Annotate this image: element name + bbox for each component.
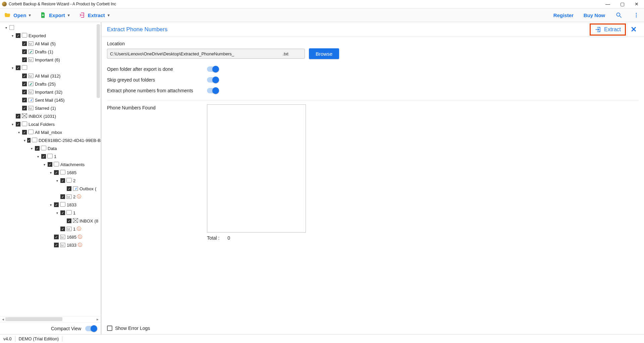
extract-action-button[interactable]: Extract [590,23,626,36]
checkbox[interactable]: ✓ [22,57,27,62]
folder-icon [22,113,27,119]
checkbox[interactable]: ✓ [67,186,71,191]
tree-item[interactable]: ✓Drafts (1) [1,48,101,56]
checkbox[interactable]: ✓ [54,202,59,207]
vertical-scrollbar[interactable] [97,24,100,314]
buy-now-link[interactable]: Buy Now [584,12,605,18]
minimize-icon[interactable]: — [605,1,610,7]
maximize-icon[interactable]: ▢ [620,1,625,7]
tree-item[interactable]: ✓Outbox ( [1,185,101,193]
browse-button[interactable]: Browse [309,48,339,59]
expand-arrow-icon[interactable]: ▾ [42,163,46,166]
more-menu-icon[interactable] [633,11,640,19]
option-skip-greyed-toggle[interactable] [207,77,218,83]
found-listbox[interactable] [207,104,306,233]
tree-item[interactable]: ✓MAll Mail (5) [1,40,101,48]
checkbox[interactable]: ✓ [16,122,20,127]
tree-item[interactable]: ▾✓All Mail_mbox [1,128,101,136]
location-input[interactable] [107,49,305,59]
horizontal-scrollbar[interactable]: ◄► [0,316,101,322]
expand-arrow-icon[interactable]: ▾ [4,26,8,30]
checkbox[interactable]: ✓ [60,194,65,199]
checkbox[interactable]: ✓ [22,106,27,110]
chevron-down-icon: ▾ [68,13,70,17]
expand-arrow-icon[interactable]: ▾ [49,203,53,207]
tree-item[interactable]: ▾✓ [1,64,101,72]
expand-arrow-icon[interactable]: ▾ [10,122,14,126]
folder-icon [28,82,34,86]
close-icon[interactable]: ✕ [635,1,639,7]
checkbox[interactable]: ✓ [27,138,31,143]
checkbox[interactable]: ✓ [22,90,27,94]
expand-arrow-icon[interactable]: ▾ [55,211,59,215]
expand-arrow-icon[interactable]: ▾ [10,66,14,70]
tree-item[interactable]: ▾✓Local Folders [1,120,101,128]
checkbox[interactable]: ✓ [41,154,46,159]
checkbox[interactable]: ✓ [22,82,27,86]
tree-item[interactable]: ▾✓1 [1,152,101,160]
error-logs-row: Show Error Logs [102,322,644,334]
tree-item[interactable]: ✓MAll Mail (312) [1,72,101,80]
compact-view-toggle[interactable] [85,326,97,331]
tree-item[interactable]: ▾✓1833 [1,201,101,209]
tree-item[interactable]: ✓M2 ⓘ [1,193,101,201]
tree-item[interactable]: ▾✓Attachments [1,160,101,168]
checkbox[interactable]: ✓ [16,65,20,70]
checkbox[interactable]: ✓ [54,243,59,247]
expand-arrow-icon[interactable]: ▾ [10,34,14,38]
expand-arrow-icon[interactable]: ▾ [30,147,34,150]
checkbox[interactable]: ✓ [22,49,27,54]
checkbox[interactable]: ✓ [60,178,65,183]
option-attachments-toggle[interactable] [207,88,218,93]
tree-item[interactable]: ✓M1833 ⓘ [1,241,101,249]
tree-item[interactable]: ✓MImportant (6) [1,56,101,64]
checkbox[interactable] [9,25,14,30]
checkbox[interactable]: ✓ [22,74,27,78]
option-skip-greyed: Skip greyed out folders [107,75,639,85]
expand-arrow-icon[interactable]: ▾ [55,179,59,183]
extract-button[interactable]: Extract ▾ [78,12,110,18]
tree-item[interactable]: ✓MImportant (32) [1,88,101,96]
open-button[interactable]: Open ▾ [4,12,31,18]
option-open-folder-toggle[interactable] [207,66,218,72]
search-icon[interactable] [615,11,623,19]
expand-arrow-icon[interactable]: ▾ [36,155,40,158]
checkbox[interactable]: ✓ [54,235,59,239]
tree-item[interactable]: ▾✓1 [1,209,101,217]
register-link[interactable]: Register [553,12,574,18]
tree-item[interactable]: ✓INBOX (8 [1,217,101,225]
tree-item[interactable]: ✓MStarred (1) [1,104,101,112]
checkbox[interactable]: ✓ [22,130,27,135]
checkbox[interactable]: ✓ [54,170,59,175]
option-open-folder-label: Open folder after export is done [107,66,207,72]
tree-scroll-area[interactable]: ▾▾✓Exported✓MAll Mail (5)✓Drafts (1)✓MIm… [0,22,101,316]
tree-item[interactable]: ✓M1 ⓘ [1,225,101,233]
tree-item[interactable]: ✓M1685 ⓘ [1,233,101,241]
checkbox[interactable]: ✓ [35,146,40,151]
checkbox[interactable]: ✓ [48,162,52,167]
tree-item[interactable]: ▾✓2 [1,177,101,185]
tree-item[interactable]: ▾ [1,23,101,32]
checkbox[interactable]: ✓ [60,210,65,215]
export-button[interactable]: Export ▾ [40,12,70,18]
tree-item[interactable]: ▾✓1685 [1,168,101,177]
expand-arrow-icon[interactable]: ▾ [23,139,26,142]
expand-arrow-icon[interactable]: ▾ [17,131,21,134]
checkbox[interactable]: ✓ [16,114,20,118]
status-version: v4.0 [3,336,12,341]
tree-item[interactable]: ▾✓Data [1,144,101,152]
close-panel-icon[interactable]: ✕ [629,25,639,34]
tree-item[interactable]: ✓Sent Mail (145) [1,96,101,104]
checkbox[interactable]: ✓ [16,33,20,38]
checkbox[interactable]: ✓ [22,98,27,102]
tree-item[interactable]: ▾✓DDE918BC-2582-4D41-99EB-B [1,136,101,144]
checkbox[interactable]: ✓ [22,41,27,46]
checkbox[interactable]: ✓ [67,218,71,223]
tree-item[interactable]: ▾✓Exported [1,32,101,40]
tree-item[interactable]: ✓INBOX (1031) [1,112,101,120]
tree-item[interactable]: ✓Drafts (25) [1,80,101,88]
expand-arrow-icon[interactable]: ▾ [49,171,53,175]
error-logs-checkbox[interactable] [107,326,112,331]
chevron-down-icon: ▾ [29,13,31,17]
checkbox[interactable]: ✓ [60,227,65,231]
